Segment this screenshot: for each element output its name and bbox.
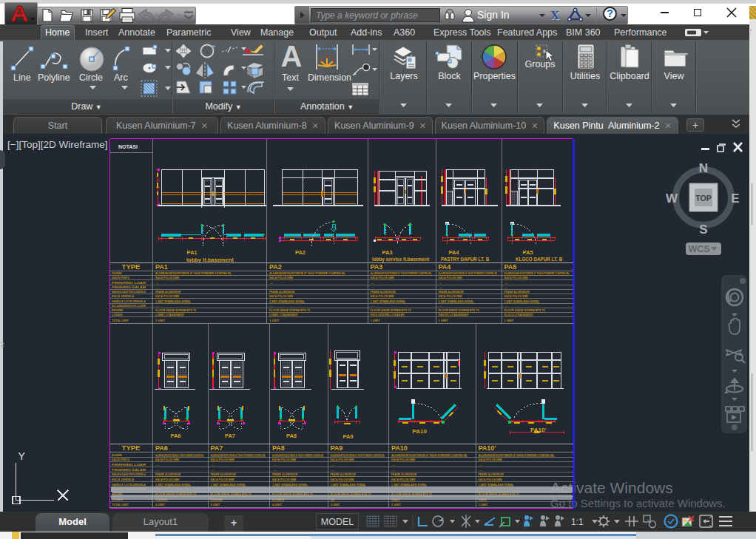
svg-text::: : <box>151 453 152 457</box>
svg-text:KLGCO DAPUR LT. B: KLGCO DAPUR LT. B <box>516 257 563 262</box>
svg-text::: : <box>151 304 152 308</box>
svg-text:ALUMUNIUM KUSTOMIZE 4" HIGH PO: ALUMUNIUM KUSTOMIZE 4" HIGH POWDER COATI… <box>272 453 324 457</box>
svg-text:FRAME ALUMUNIUM: FRAME ALUMUNIUM <box>439 290 465 294</box>
svg-text:1 SET STAINLESS STEEL: 1 SET STAINLESS STEEL <box>211 483 247 487</box>
svg-text:FRAME ALUMUNIUM: FRAME ALUMUNIUM <box>331 472 357 476</box>
svg-text:--: -- <box>371 285 374 289</box>
svg-text:PA1: PA1 <box>155 263 168 271</box>
svg-text:KACA POLOS 5MM: KACA POLOS 5MM <box>371 276 395 279</box>
svg-text:--: -- <box>157 468 159 472</box>
svg-text:--: -- <box>212 463 214 467</box>
svg-text::: : <box>151 483 152 487</box>
svg-text:KACA JENDELA: KACA JENDELA <box>112 294 135 298</box>
svg-text:KACA POLOS 5MM: KACA POLOS 5MM <box>211 458 235 461</box>
svg-text:PA3: PA3 <box>371 263 383 271</box>
svg-text:RANGKA DAUN PINTU/JENDELA: RANGKA DAUN PINTU/JENDELA <box>112 290 146 294</box>
svg-text:--: -- <box>157 281 159 285</box>
svg-text:ENGSEL: ENGSEL <box>112 308 124 312</box>
svg-text:KACA POLOS 5MM: KACA POLOS 5MM <box>479 458 503 461</box>
svg-text:--: -- <box>439 281 442 285</box>
svg-text:FLOOR HINGE DORMA BTS 75: FLOOR HINGE DORMA BTS 75 <box>439 308 480 312</box>
svg-text:--: -- <box>157 285 159 289</box>
svg-text:FRAME ALUMUNIUM: FRAME ALUMUNIUM <box>371 290 396 294</box>
svg-text:ACC ASESORIS/DOOR CLOSER: ACC ASESORIS/DOOR CLOSER <box>112 304 146 308</box>
svg-text:PA9: PA9 <box>343 433 354 440</box>
svg-text:--: -- <box>331 463 334 467</box>
svg-text:FRAME ALUMUNIUM: FRAME ALUMUNIUM <box>504 290 530 294</box>
svg-text:--: -- <box>371 281 374 285</box>
svg-text:ALUMUNIUM KUSTOMIZE 4" HIGH PO: ALUMUNIUM KUSTOMIZE 4" HIGH POWDER COATI… <box>439 271 498 275</box>
svg-text::: : <box>151 294 152 298</box>
svg-text:KACA POLOS 5MM: KACA POLOS 5MM <box>479 478 503 481</box>
svg-text:FRAME ALUMUNIUM: FRAME ALUMUNIUM <box>391 472 417 476</box>
svg-text:FRAME ALUMUNIUM: FRAME ALUMUNIUM <box>272 472 298 476</box>
svg-text:DAUN PINTU: DAUN PINTU <box>112 276 129 279</box>
svg-text:FLOOR HINGE DORMA BTS 75: FLOOR HINGE DORMA BTS 75 <box>371 308 412 312</box>
svg-text:KLGCO LT.BASEMENT: KLGCO LT.BASEMENT <box>504 313 533 316</box>
svg-text:FLOOR HINGE DORMA BTS 75: FLOOR HINGE DORMA BTS 75 <box>504 308 546 312</box>
svg-text:KACA POLOS 5MM: KACA POLOS 5MM <box>155 294 180 298</box>
svg-text:--: -- <box>157 304 159 308</box>
svg-text:PA5: PA5 <box>523 249 533 256</box>
svg-text:TOTAL UNIT: TOTAL UNIT <box>112 503 129 506</box>
svg-text:1 UNIT: 1 UNIT <box>269 319 280 322</box>
svg-text:PA10: PA10 <box>391 444 408 452</box>
svg-text:PA8: PA8 <box>272 444 285 452</box>
svg-text:PA4: PA4 <box>439 263 451 271</box>
svg-text:NOTASI: NOTASI <box>118 144 138 149</box>
svg-text:--: -- <box>479 468 482 472</box>
svg-text:--: -- <box>439 304 442 308</box>
svg-text:--: -- <box>505 281 507 285</box>
svg-text::: : <box>151 281 152 285</box>
svg-text::: : <box>151 458 152 461</box>
svg-text::: : <box>151 468 152 472</box>
svg-text:FINISHING DALAM: FINISHING DALAM <box>112 468 146 472</box>
svg-text:LOBBY LT.BASEMENT: LOBBY LT.BASEMENT <box>155 313 185 316</box>
svg-text:1 SET STAINLESS STEEL: 1 SET STAINLESS STEEL <box>371 299 407 303</box>
svg-text:FLOOR HINGE DORMA BTS 75: FLOOR HINGE DORMA BTS 75 <box>155 308 197 312</box>
svg-text:1 UNIT: 1 UNIT <box>155 319 166 322</box>
svg-text:PA4: PA4 <box>449 249 460 256</box>
svg-text:1 SET STAINLESS STEEL: 1 SET STAINLESS STEEL <box>391 483 428 487</box>
svg-text:--: -- <box>331 468 334 472</box>
svg-text:PA8: PA8 <box>286 433 297 439</box>
svg-text:KACA JENDELA: KACA JENDELA <box>112 478 135 481</box>
svg-text:1 SET STAINLESS STEEL: 1 SET STAINLESS STEEL <box>331 483 367 487</box>
svg-text:DAUN PINTU: DAUN PINTU <box>112 458 129 461</box>
svg-text:1 SET STAINLESS STEEL: 1 SET STAINLESS STEEL <box>479 483 515 487</box>
svg-text:ALUMUNIUM KUSTOMIZE 4" HIGH PO: ALUMUNIUM KUSTOMIZE 4" HIGH POWDER COATI… <box>155 271 232 275</box>
svg-text:lobby lt.basement: lobby lt.basement <box>186 257 234 263</box>
svg-text::: : <box>151 472 152 476</box>
svg-text:--: -- <box>439 285 442 289</box>
svg-text:LOBBY LT.BASEMENT: LOBBY LT.BASEMENT <box>269 313 299 316</box>
svg-text:--: -- <box>274 468 276 472</box>
svg-text:KUSEN: KUSEN <box>112 271 122 275</box>
svg-text:KIDS CENTRE LT.DASAR: KIDS CENTRE LT.DASAR <box>371 313 405 316</box>
svg-text::: : <box>151 276 152 279</box>
svg-text:PA7: PA7 <box>225 433 235 439</box>
svg-text:4 UNIT: 4 UNIT <box>272 503 283 506</box>
svg-text::: : <box>151 463 152 467</box>
svg-text:1 UNIT: 1 UNIT <box>371 319 381 322</box>
svg-text:ALUMUNIUM KUSTOMIZE 4" HIGH PO: ALUMUNIUM KUSTOMIZE 4" HIGH POWDER COATI… <box>391 453 468 457</box>
svg-text:KACA POLOS 5MM: KACA POLOS 5MM <box>371 294 395 298</box>
svg-text:--: -- <box>393 468 395 472</box>
svg-text:1 SET STAINLESS STEEL: 1 SET STAINLESS STEEL <box>439 299 475 303</box>
svg-text:ALUMUNIUM KUSTOMIZE 4" HIGH PO: ALUMUNIUM KUSTOMIZE 4" HIGH POWDER COATI… <box>331 453 385 457</box>
svg-text:KACA POLOS 5MM: KACA POLOS 5MM <box>155 276 180 279</box>
svg-text:PA6: PA6 <box>171 433 181 439</box>
svg-text:KACA POLOS 5MM: KACA POLOS 5MM <box>439 294 463 298</box>
svg-text:HANDLE LOCK/JENDELA: HANDLE LOCK/JENDELA <box>112 483 146 487</box>
svg-text::: : <box>151 271 152 275</box>
svg-text:ALUMUNIUM KUSTOMIZE 4" HIGH PO: ALUMUNIUM KUSTOMIZE 4" HIGH POWDER COATI… <box>155 453 204 457</box>
svg-text:KACA POLOS 5MM: KACA POLOS 5MM <box>155 458 180 461</box>
svg-text:RANGKA DAUN PINTU/JENDELA: RANGKA DAUN PINTU/JENDELA <box>112 472 146 476</box>
svg-text:PA6: PA6 <box>155 444 168 452</box>
svg-text:PA7: PA7 <box>211 444 223 452</box>
svg-text:PASTRY DAPUR LT. B: PASTRY DAPUR LT. B <box>441 257 490 262</box>
svg-text:FRAME ALUMUNIUM: FRAME ALUMUNIUM <box>479 472 504 476</box>
svg-text:PANTRY LT.BASEMENT: PANTRY LT.BASEMENT <box>439 313 470 316</box>
svg-text:1 SET STAINLESS STEEL: 1 SET STAINLESS STEEL <box>269 299 306 303</box>
svg-text:1:1: 1:1 <box>571 517 584 527</box>
svg-text:LOKASI: LOKASI <box>112 313 123 316</box>
